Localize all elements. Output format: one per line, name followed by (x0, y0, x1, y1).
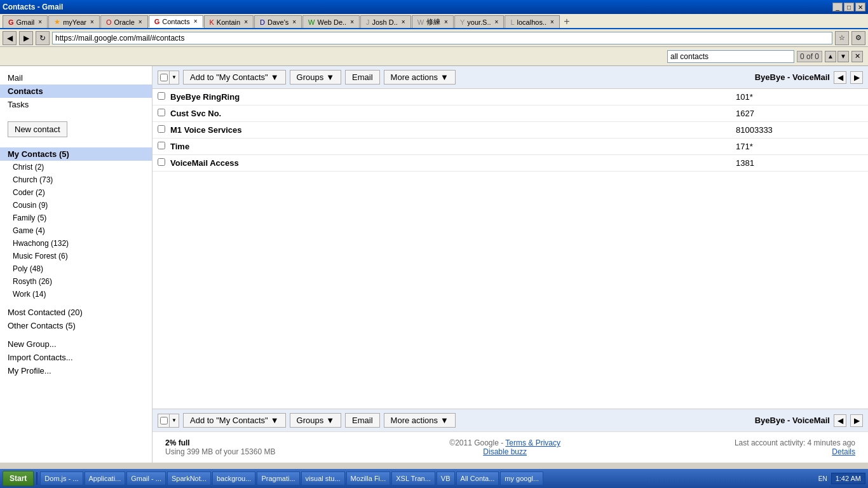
terms-link[interactable]: Terms & Privacy (505, 438, 560, 447)
find-prev-button[interactable]: ▲ (825, 51, 836, 62)
find-close-button[interactable]: ✕ (851, 51, 863, 62)
select-all-dropdown[interactable]: ▼ (158, 71, 179, 85)
sidebar-item-new-group[interactable]: New Group... (0, 337, 152, 351)
bottom-next-page-button[interactable]: ▶ (850, 414, 863, 427)
row-checkbox[interactable] (158, 109, 170, 118)
language-indicator: EN (817, 475, 829, 482)
tab-webde[interactable]: WWeb De..× (302, 15, 360, 28)
taskbar-divider (36, 472, 37, 485)
sidebar-item-christ[interactable]: Christ (2) (0, 161, 152, 173)
sidebar-item-game[interactable]: Game (4) (0, 224, 152, 237)
bottom-more-actions-button[interactable]: More actions ▼ (384, 413, 456, 428)
tab-daves[interactable]: DDave's× (254, 15, 302, 28)
disable-buzz-link[interactable]: Disable buzz (483, 447, 527, 456)
select-dropdown-arrow[interactable]: ▼ (170, 71, 179, 84)
new-tab-button[interactable]: + (560, 15, 573, 28)
close-button[interactable]: ✕ (855, 3, 865, 11)
row-checkbox-input[interactable] (158, 109, 165, 116)
row-checkbox[interactable] (158, 92, 170, 102)
taskbar-item-mygoogl[interactable]: my googl... (500, 471, 543, 485)
tab-localhos[interactable]: Llocalhos..× (505, 15, 559, 28)
reload-button[interactable]: ↻ (36, 31, 50, 45)
bottom-dropdown-arrow[interactable]: ▼ (170, 414, 179, 427)
sidebar-item-hwachong[interactable]: Hwachong (132) (0, 237, 152, 250)
taskbar-item-pragmati[interactable]: Pragmati... (257, 471, 299, 485)
tab-contacts[interactable]: GContacts× (149, 15, 203, 28)
add-to-my-contacts-button[interactable]: Add to "My Contacts" ▼ (183, 70, 286, 85)
table-row[interactable]: ByeBye RingRing 101* (153, 89, 868, 105)
more-actions-button[interactable]: More actions ▼ (384, 70, 456, 85)
bookmark-button[interactable]: ☆ (835, 31, 849, 45)
bottom-add-to-my-contacts-button[interactable]: Add to "My Contacts" ▼ (183, 413, 286, 428)
table-row[interactable]: Time 171* (153, 139, 868, 155)
table-row[interactable]: M1 Voice Services 81003333 (153, 122, 868, 139)
table-row[interactable]: Cust Svc No. 1627 (153, 105, 868, 122)
tab-myyear[interactable]: ★myYear× (48, 15, 100, 28)
bottom-select-all-checkbox[interactable] (158, 414, 170, 427)
table-row[interactable]: VoiceMail Access 1381 (153, 155, 868, 172)
taskbar-item-applicati[interactable]: Applicati... (85, 471, 126, 485)
sidebar-item-poly[interactable]: Poly (48) (0, 262, 152, 275)
tab-oracle[interactable]: OOracle× (100, 15, 148, 28)
email-button[interactable]: Email (345, 70, 380, 85)
taskbar-item-allconta[interactable]: All Conta... (456, 471, 499, 485)
sidebar-item-rosyth[interactable]: Rosyth (26) (0, 275, 152, 288)
taskbar-item-domjs[interactable]: Dom.js - ... (40, 471, 83, 485)
find-next-button[interactable]: ▼ (837, 51, 849, 62)
bottom-checkbox-input[interactable] (160, 417, 168, 424)
row-checkbox-input[interactable] (158, 92, 165, 100)
minimize-button[interactable]: _ (832, 3, 843, 11)
sidebar-item-cousin[interactable]: Cousin (9) (0, 199, 152, 212)
checkbox-input[interactable] (160, 74, 168, 81)
taskbar-item-backgrou[interactable]: backgrou... (212, 471, 255, 485)
next-page-button[interactable]: ▶ (850, 71, 863, 84)
sidebar-item-other-contacts[interactable]: Other Contacts (5) (0, 319, 152, 332)
row-checkbox[interactable] (158, 158, 170, 168)
maximize-button[interactable]: □ (844, 3, 854, 11)
address-bar[interactable]: https://mail.google.com/mail/#contacts (52, 32, 832, 44)
row-checkbox-input[interactable] (158, 142, 165, 149)
details-link[interactable]: Details (832, 447, 855, 456)
row-checkbox[interactable] (158, 125, 170, 135)
back-button[interactable]: ◀ (3, 31, 17, 45)
taskbar-item-vb[interactable]: VB (437, 471, 455, 485)
row-checkbox[interactable] (158, 142, 170, 151)
prev-page-button[interactable]: ◀ (834, 71, 846, 84)
start-button[interactable]: Start (3, 471, 34, 486)
tab-kontain[interactable]: KKontain× (204, 15, 254, 28)
sidebar-item-my-contacts[interactable]: My Contacts (5) (0, 147, 152, 161)
bottom-prev-page-button[interactable]: ◀ (834, 414, 846, 427)
bottom-select-all-dropdown[interactable]: ▼ (158, 414, 179, 428)
taskbar-item-visualstu[interactable]: visual stu... (301, 471, 345, 485)
find-input[interactable] (667, 50, 794, 63)
taskbar-item-gmail[interactable]: Gmail - ... (126, 471, 166, 485)
new-contact-button[interactable]: New contact (8, 121, 67, 137)
settings-button[interactable]: ⚙ (851, 31, 865, 45)
sidebar-item-most-contacted[interactable]: Most Contacted (20) (0, 306, 152, 319)
sidebar-item-church[interactable]: Church (73) (0, 173, 152, 186)
select-all-checkbox[interactable] (158, 71, 170, 84)
contact-name: VoiceMail Access (170, 158, 736, 168)
taskbar-item-xsltran[interactable]: XSL Tran... (391, 471, 435, 485)
tab-gmail[interactable]: GGmail× (3, 15, 48, 28)
sidebar-item-mail[interactable]: Mail (0, 71, 152, 85)
sidebar-item-family[interactable]: Family (5) (0, 212, 152, 224)
row-checkbox-input[interactable] (158, 125, 165, 133)
sidebar-item-coder[interactable]: Coder (2) (0, 186, 152, 199)
tab-joshd[interactable]: JJosh D..× (360, 15, 411, 28)
sidebar-item-my-profile[interactable]: My Profile... (0, 364, 152, 377)
tab-yours[interactable]: Yyour.S..× (454, 15, 504, 28)
bottom-groups-button[interactable]: Groups ▼ (290, 413, 342, 428)
row-checkbox-input[interactable] (158, 158, 165, 166)
sidebar-item-music-forest[interactable]: Music Forest (6) (0, 250, 152, 262)
taskbar-item-sparknot[interactable]: SparkNot... (167, 471, 211, 485)
bottom-email-button[interactable]: Email (345, 413, 380, 428)
sidebar-item-contacts[interactable]: Contacts (0, 85, 152, 98)
forward-button[interactable]: ▶ (19, 31, 33, 45)
taskbar-item-mozillafi[interactable]: Mozilla Fi... (346, 471, 391, 485)
sidebar-item-import-contacts[interactable]: Import Contacts... (0, 351, 152, 364)
sidebar-item-tasks[interactable]: Tasks (0, 98, 152, 111)
groups-button[interactable]: Groups ▼ (290, 70, 342, 85)
sidebar-item-work[interactable]: Work (14) (0, 288, 152, 301)
tab-chinese[interactable]: W修練× (412, 15, 454, 28)
